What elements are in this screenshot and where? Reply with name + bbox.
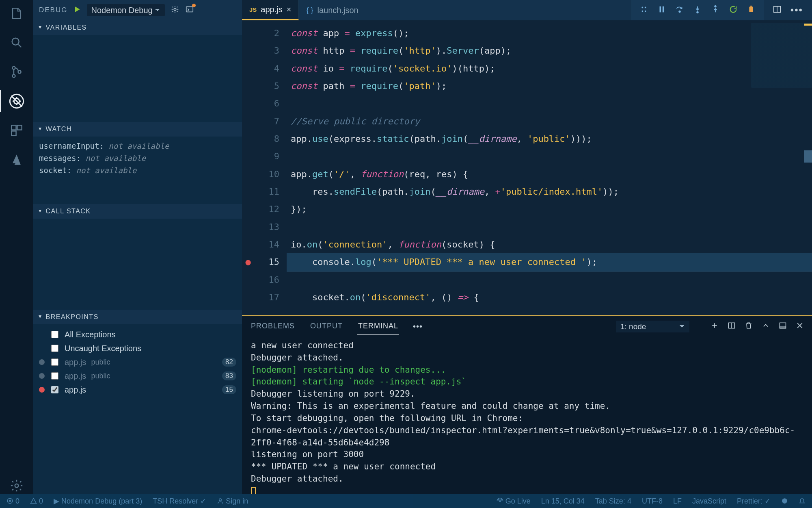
watch-expression[interactable]: messages: not available [39, 152, 236, 164]
svg-point-20 [715, 6, 716, 7]
extensions-icon[interactable] [8, 122, 25, 139]
watch-expression[interactable]: usernameInput: not available [39, 140, 236, 152]
svg-point-29 [782, 498, 787, 504]
svg-rect-25 [780, 326, 786, 328]
status-signin[interactable]: Sign in [217, 497, 248, 506]
editor-group: JSapp.js×{ }launch.json ••• [242, 0, 812, 494]
breakpoint-gutter[interactable]: ● [242, 20, 254, 315]
status-bell-icon[interactable] [799, 497, 806, 506]
js-icon: JS [249, 6, 257, 13]
more-icon[interactable]: ••• [790, 4, 803, 16]
breakpoints-body: All Exceptions Uncaught Exceptions app.j… [33, 324, 242, 400]
source-control-icon[interactable] [8, 63, 25, 80]
svg-rect-8 [11, 131, 16, 135]
editor-actions: ••• [764, 0, 812, 20]
status-feedback-icon[interactable] [781, 497, 788, 506]
watch-expression[interactable]: socket: not available [39, 164, 236, 176]
status-prettier[interactable]: Prettier: ✓ [737, 497, 771, 506]
watch-section-header[interactable]: ▸WATCH [33, 122, 242, 137]
svg-rect-11 [186, 7, 193, 12]
activity-bar [0, 0, 33, 494]
status-warnings[interactable]: 0 [30, 497, 43, 506]
bottom-panel: PROBLEMSOUTPUTTERMINAL ••• 1: node a new… [242, 315, 812, 494]
svg-point-14 [645, 7, 646, 9]
pause-icon[interactable] [657, 5, 666, 15]
drag-handle-icon[interactable] [639, 5, 648, 15]
breakpoint-option[interactable]: All Exceptions [39, 328, 236, 341]
maximize-panel-icon[interactable] [762, 321, 770, 332]
new-terminal-icon[interactable] [710, 321, 719, 332]
panel-tab[interactable]: PROBLEMS [250, 318, 296, 335]
status-tab-size[interactable]: Tab Size: 4 [595, 497, 631, 506]
status-debug-name[interactable]: ▶ Nodemon Debug (part 3) [54, 497, 142, 506]
variables-body [33, 35, 242, 41]
breakpoints-section-header[interactable]: ▸BREAKPOINTS [33, 310, 242, 324]
debug-toolbar: DEBUG Nodemon Debug [33, 0, 242, 20]
debug-config-select[interactable]: Nodemon Debug [87, 4, 165, 16]
watch-body: usernameInput: not availablemessages: no… [33, 137, 242, 180]
debug-controls [631, 0, 764, 20]
azure-icon[interactable] [8, 151, 25, 168]
editor-tab[interactable]: { }launch.json [299, 0, 366, 20]
gear-icon[interactable] [171, 5, 179, 15]
split-terminal-icon[interactable] [728, 321, 736, 332]
svg-rect-6 [11, 125, 16, 130]
svg-rect-21 [749, 7, 753, 12]
step-into-icon[interactable] [693, 5, 702, 15]
split-editor-icon[interactable] [773, 5, 782, 15]
disconnect-icon[interactable] [747, 5, 756, 15]
panel-tab[interactable]: TERMINAL [357, 318, 399, 335]
terminal-output[interactable]: a new user connectedDebugger attached.[n… [242, 336, 812, 494]
status-eol[interactable]: LF [673, 497, 682, 506]
breakpoint-item[interactable]: app.js public82 [39, 355, 236, 369]
close-icon[interactable]: × [287, 5, 292, 14]
editor-tab[interactable]: JSapp.js× [242, 0, 299, 20]
breakpoint-item[interactable]: app.js 15 [39, 383, 236, 397]
step-over-icon[interactable] [675, 5, 684, 15]
tab-bar: JSapp.js×{ }launch.json ••• [242, 0, 812, 20]
code-area[interactable]: const app = express();const http = requi… [287, 20, 812, 315]
svg-point-3 [18, 70, 21, 73]
step-out-icon[interactable] [711, 5, 720, 15]
svg-point-9 [15, 484, 19, 488]
status-errors[interactable]: 0 [6, 497, 19, 506]
terminal-select[interactable]: 1: node [616, 321, 689, 332]
breakpoint-item[interactable]: app.js public83 [39, 369, 236, 383]
svg-rect-16 [659, 7, 661, 13]
svg-point-28 [499, 500, 501, 501]
explorer-icon[interactable] [8, 5, 25, 22]
search-icon[interactable] [8, 34, 25, 51]
code-editor[interactable]: ● 234567891011121314151617 const app = e… [242, 20, 812, 315]
scrollbar-overview[interactable] [804, 20, 812, 315]
debug-console-icon[interactable] [185, 5, 194, 15]
svg-rect-17 [663, 7, 664, 13]
status-language[interactable]: JavaScript [692, 497, 726, 506]
tab-label: app.js [261, 5, 282, 14]
panel-more-icon[interactable]: ••• [413, 322, 423, 331]
svg-point-18 [679, 11, 680, 13]
kill-terminal-icon[interactable] [745, 321, 753, 332]
tab-label: launch.json [317, 6, 358, 15]
json-icon: { } [306, 6, 313, 15]
restart-icon[interactable] [729, 5, 738, 15]
start-debug-icon[interactable] [73, 5, 81, 15]
settings-gear-icon[interactable] [8, 477, 25, 494]
close-panel-icon[interactable] [796, 321, 804, 332]
status-encoding[interactable]: UTF-8 [642, 497, 663, 506]
debug-icon[interactable] [8, 93, 25, 110]
status-cursor-pos[interactable]: Ln 15, Col 34 [541, 497, 585, 506]
breakpoint-option[interactable]: Uncaught Exceptions [39, 341, 236, 355]
panel-tab[interactable]: OUTPUT [309, 318, 343, 335]
minimap[interactable] [751, 23, 812, 88]
status-golive[interactable]: Go Live [497, 497, 531, 506]
panel-position-icon[interactable] [779, 321, 787, 332]
callstack-section-header[interactable]: ▸CALL STACK [33, 204, 242, 219]
svg-point-12 [641, 7, 643, 9]
svg-point-13 [641, 11, 643, 12]
status-resolver[interactable]: TSH Resolver ✓ [153, 497, 206, 506]
svg-point-2 [12, 74, 15, 77]
debug-sidebar: DEBUG Nodemon Debug ▸VARIABLES ▸WATCH us… [33, 0, 242, 494]
variables-section-header[interactable]: ▸VARIABLES [33, 20, 242, 35]
svg-point-0 [12, 38, 19, 45]
panel-tab-bar: PROBLEMSOUTPUTTERMINAL ••• 1: node [242, 316, 812, 336]
